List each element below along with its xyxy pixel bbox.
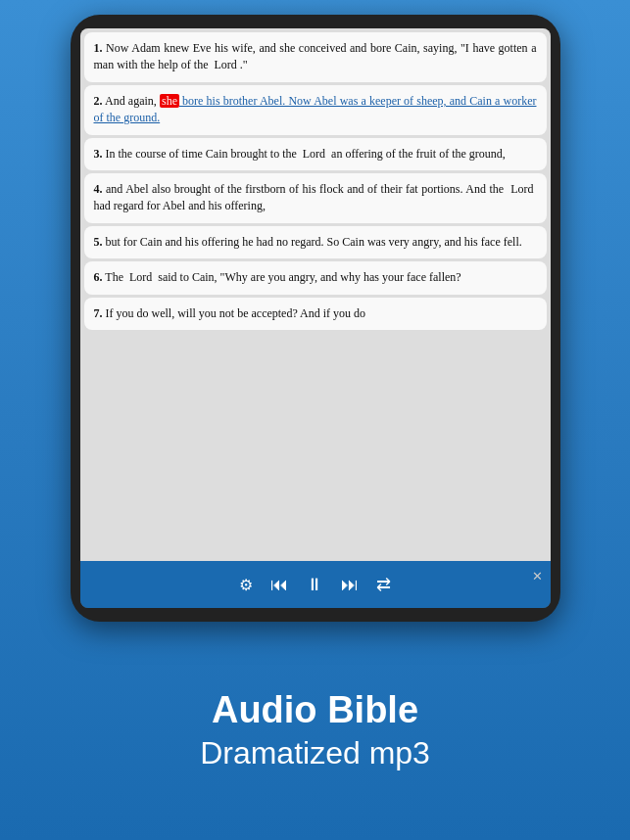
verse-number-4: 4.: [94, 182, 103, 196]
sub-title: Dramatized mp3: [200, 735, 430, 771]
verse-number-7: 7.: [94, 306, 103, 320]
verse-card-5: 5. but for Cain and his offering he had …: [84, 226, 547, 258]
verse-card-7: 7. If you do well, will you not be accep…: [84, 298, 547, 330]
verse-text-4: and Abel also brought of the firstborn o…: [94, 182, 537, 212]
verse-number-6: 6.: [94, 270, 103, 284]
verse-number-2: 2.: [94, 94, 103, 108]
verse-card-2: 2. And again, she bore his brother Abel.…: [84, 85, 547, 135]
main-title: Audio Bible: [212, 690, 418, 731]
verse-text-2-prefix: And again,: [105, 94, 160, 108]
verse-number-1: 1.: [94, 41, 103, 55]
verse-number-5: 5.: [94, 235, 103, 249]
verse-list: 1. Now Adam knew Eve his wife, and she c…: [80, 28, 551, 561]
previous-button[interactable]: ⏮: [270, 575, 288, 595]
verse-text-6: The Lord said to Cain, "Why are you angr…: [105, 270, 460, 284]
verse-card-6: 6. The Lord said to Cain, "Why are you a…: [84, 261, 547, 294]
verse-text-3: In the course of time Cain brought to th…: [106, 147, 506, 161]
repeat-button[interactable]: ⇄: [376, 574, 391, 595]
next-button[interactable]: ⏭: [341, 575, 359, 595]
verse-text-7: If you do well, will you not be accepted…: [106, 306, 366, 320]
verse-number-3: 3.: [94, 147, 103, 161]
verse-text-1: Now Adam knew Eve his wife, and she conc…: [94, 41, 537, 71]
settings-button[interactable]: ⚙: [239, 576, 253, 594]
verse-card-1: 1. Now Adam knew Eve his wife, and she c…: [84, 32, 547, 82]
word-she: she: [160, 94, 179, 108]
tablet-device: 1. Now Adam knew Eve his wife, and she c…: [71, 15, 560, 622]
play-pause-button[interactable]: ⏸: [306, 575, 323, 595]
verse-card-3: 3. In the course of time Cain brought to…: [84, 138, 547, 170]
verse-text-5: but for Cain and his offering he had no …: [106, 235, 522, 249]
footer-section: Audio Bible Dramatized mp3: [180, 622, 450, 840]
verse-card-4: 4. and Abel also brought of the firstbor…: [84, 173, 547, 223]
tablet-screen: 1. Now Adam knew Eve his wife, and she c…: [80, 28, 551, 608]
audio-player: ⚙ ⏮ ⏸ ⏭ ⇄ ✕: [80, 561, 551, 608]
close-button[interactable]: ✕: [532, 569, 543, 584]
